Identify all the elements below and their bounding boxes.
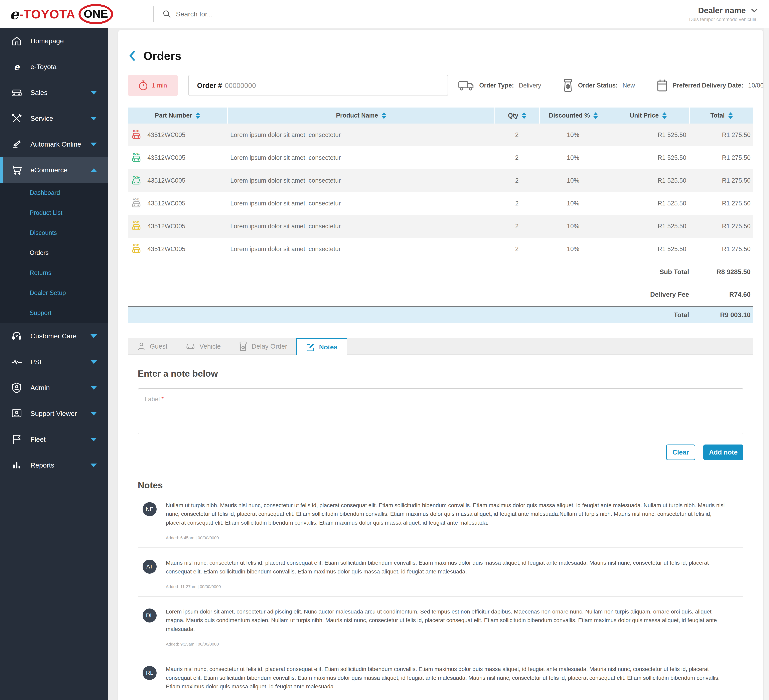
search-input[interactable] [176,10,316,18]
sidebar-item-reports[interactable]: Reports [0,452,108,478]
sidebar-item-product-list[interactable]: Product List [0,203,108,223]
note-text: Nullam ut turpis nibh. Mauris nisl nunc,… [166,501,726,527]
sidebar-item-fleet[interactable]: Fleet [0,426,108,452]
calendar-icon [656,79,668,92]
part-number: 43512WC005 [147,154,185,161]
chevron-down-icon [90,386,97,389]
chevron-down-icon [90,117,97,120]
sidebar-item-etoyota[interactable]: e e-Toyota [0,54,108,80]
scrollbar[interactable] [764,28,769,700]
sidebar-item-label: e-Toyota [31,63,56,71]
sidebar-item-automark[interactable]: Automark Online [0,131,108,157]
sidebar-item-dashboard[interactable]: Dashboard [0,183,108,203]
pen-icon [11,139,22,150]
tools-icon [11,113,22,124]
notes-heading: Notes [138,480,743,491]
sidebar-item-orders[interactable]: Orders [0,243,108,263]
tab-guest[interactable]: Guest [128,338,177,354]
sidebar-item-label: Service [31,114,53,122]
sidebar-item-admin[interactable]: Admin [0,375,108,401]
table-row: 000143512WC005 Lorem ipsum dolor sit ame… [128,238,753,261]
table-row: 000143512WC005 Lorem ipsum dolor sit ame… [128,169,753,192]
note-timestamp: Added: 11:27am | 00/00/0000 [166,584,726,589]
column-header-part-number[interactable]: Part Number [128,108,227,124]
unit-price: R1 525.50 [607,238,689,261]
back-button[interactable] [128,50,137,62]
chevron-down-icon [90,412,97,415]
app-logo: e -TOYOTA ONE [10,4,113,24]
sidebar-item-support[interactable]: Support [0,303,108,323]
tab-delay-order[interactable]: Delay Order [230,338,296,354]
svg-text:0001: 0001 [133,220,140,224]
product-name: Lorem ipsum dolor sit amet, consectetur [227,169,494,192]
logo-e: e [10,6,19,23]
sort-icon [196,112,200,119]
unit-price: R1 525.50 [607,146,689,169]
add-note-button[interactable]: Add note [703,444,743,460]
delivery-fee-label: Delivery Fee [607,291,689,298]
delivery-fee-row: Delivery Fee R74.60 [128,283,753,306]
dealer-menu[interactable]: Dealer name Duis tempor commodo vehicula… [689,6,758,22]
unit-price: R1 525.50 [607,215,689,238]
product-name: Lorem ipsum dolor sit amet, consectetur [227,146,494,169]
chevron-down-icon [751,8,758,13]
sidebar-item-pse[interactable]: PSE [0,349,108,375]
column-header-total[interactable]: Total [689,108,753,124]
page-title: Orders [143,49,182,63]
chevron-down-icon [90,463,97,467]
discount: 10% [539,238,607,261]
sidebar-item-sales[interactable]: Sales [0,80,108,106]
sidebar-nav: Homepage e e-Toyota Sales Service Automa… [0,28,108,700]
sidebar-item-customer-care[interactable]: Customer Care [0,323,108,349]
sidebar-item-support-viewer[interactable]: Support Viewer [0,401,108,426]
vehicle-status-icon: 0001 [130,198,142,209]
chevron-down-icon [90,438,97,441]
sidebar-item-service[interactable]: Service [0,106,108,131]
sub-total-row: Sub Total R8 9285.50 [128,261,753,283]
tab-label: Delay Order [251,343,287,350]
svg-text:0001: 0001 [133,198,140,201]
home-icon [11,36,22,46]
line-total: R1 275.50 [689,169,753,192]
svg-text:0001: 0001 [133,243,140,247]
chevron-down-icon [90,91,97,95]
delay-order-icon [239,341,247,351]
car-icon [11,88,22,97]
etoyota-e-icon: e [11,63,22,71]
delivery-date-meta: Preferred Delivery Date: 10/06/2023 [656,79,769,92]
order-status-label: Order Status: [578,82,618,89]
unit-price: R1 525.50 [607,169,689,192]
sidebar-item-returns[interactable]: Returns [0,263,108,283]
column-header-unit-price[interactable]: Unit Price [607,108,689,124]
sub-total-value: R8 9285.50 [689,268,753,276]
svg-text:0001: 0001 [133,175,140,178]
qty: 2 [494,169,539,192]
qty: 2 [494,238,539,261]
sort-icon [594,112,598,119]
sidebar-item-label: eCommerce [31,166,68,174]
ecommerce-submenu: Dashboard Product List Discounts Orders … [0,183,108,323]
logo-toyota: -TOYOTA [19,7,75,21]
tab-notes[interactable]: Notes [296,338,347,355]
sidebar-item-ecommerce[interactable]: eCommerce [0,157,108,183]
note-input[interactable] [138,388,743,434]
order-details-panel: Guest Vehicle Delay Order Notes Enter a … [128,338,753,700]
sidebar-item-label: Admin [31,384,50,392]
vehicle-status-icon: 0001 [130,220,142,232]
sidebar-item-discounts[interactable]: Discounts [0,223,108,243]
clear-button[interactable]: Clear [666,444,695,460]
note-text: Mauris nisl nunc, consectetur ut felis i… [166,558,726,576]
column-header-product-name[interactable]: Product Name [227,108,494,124]
avatar: DL [143,608,157,623]
column-header-qty[interactable]: Qty [494,108,539,124]
dealer-name: Dealer name [698,6,746,15]
product-name: Lorem ipsum dolor sit amet, consectetur [227,215,494,238]
tab-vehicle[interactable]: Vehicle [177,338,230,354]
order-status-value: New [623,82,635,89]
sort-icon [728,112,733,119]
column-header-discounted[interactable]: Discounted % [539,108,607,124]
sidebar-item-homepage[interactable]: Homepage [0,28,108,54]
vehicle-status-icon: 0001 [130,243,142,255]
order-number-field[interactable]: Order # 00000000 [188,75,448,96]
sidebar-item-dealer-setup[interactable]: Dealer Setup [0,283,108,303]
